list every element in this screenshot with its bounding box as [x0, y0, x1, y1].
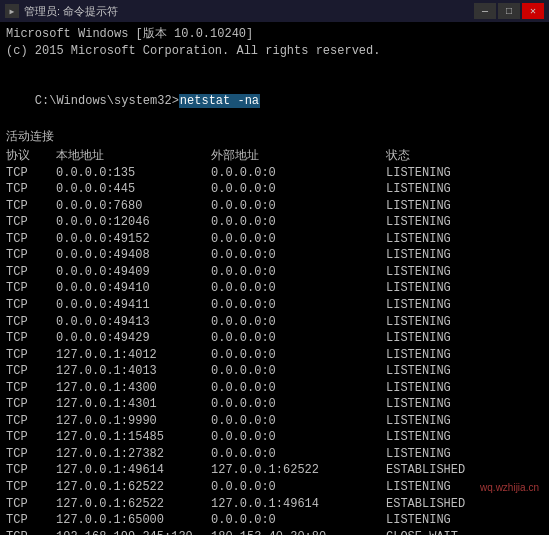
cell-local: 0.0.0.0:7680 — [56, 198, 211, 215]
cell-protocol: TCP — [6, 280, 56, 297]
header-protocol: 协议 — [6, 147, 56, 164]
cell-local: 127.0.0.1:4301 — [56, 396, 211, 413]
cell-local: 0.0.0.0:49429 — [56, 330, 211, 347]
cell-state: LISTENING — [386, 330, 543, 347]
table-row: TCP192.168.199.245:139180.153.40.30:80CL… — [6, 529, 543, 535]
cell-state: LISTENING — [386, 198, 543, 215]
table-row: TCP0.0.0.0:76800.0.0.0:0LISTENING — [6, 198, 543, 215]
cell-protocol: TCP — [6, 512, 56, 529]
cell-state: LISTENING — [386, 231, 543, 248]
cell-local: 127.0.0.1:49614 — [56, 462, 211, 479]
watermark: wq.wzhijia.cn — [480, 481, 539, 495]
cell-foreign: 0.0.0.0:0 — [211, 214, 386, 231]
cell-local: 0.0.0.0:49152 — [56, 231, 211, 248]
cell-foreign: 127.0.0.1:49614 — [211, 496, 386, 513]
section-title: 活动连接 — [6, 129, 543, 146]
minimize-button[interactable]: — — [474, 3, 496, 19]
cell-state: CLOSE_WAIT — [386, 529, 543, 535]
cell-local: 127.0.0.1:65000 — [56, 512, 211, 529]
watermark-text: wq.wzhijia.cn — [480, 482, 539, 493]
cell-protocol: TCP — [6, 297, 56, 314]
table-header: 协议 本地地址 外部地址 状态 — [6, 147, 543, 164]
cell-protocol: TCP — [6, 446, 56, 463]
cell-state: LISTENING — [386, 512, 543, 529]
cell-state: ESTABLISHED — [386, 462, 543, 479]
cell-foreign: 180.153.40.30:80 — [211, 529, 386, 535]
cell-foreign: 0.0.0.0:0 — [211, 396, 386, 413]
cell-protocol: TCP — [6, 462, 56, 479]
cell-local: 127.0.0.1:27382 — [56, 446, 211, 463]
cmd-prompt: C:\Windows\system32> — [35, 94, 179, 108]
header-line-1: Microsoft Windows [版本 10.0.10240] — [6, 26, 543, 43]
cell-protocol: TCP — [6, 396, 56, 413]
cell-state: LISTENING — [386, 181, 543, 198]
cell-local: 0.0.0.0:49410 — [56, 280, 211, 297]
header-line-2: (c) 2015 Microsoft Corporation. All righ… — [6, 43, 543, 60]
cell-foreign: 0.0.0.0:0 — [211, 330, 386, 347]
cell-foreign: 0.0.0.0:0 — [211, 429, 386, 446]
cell-foreign: 0.0.0.0:0 — [211, 413, 386, 430]
cell-local: 0.0.0.0:49409 — [56, 264, 211, 281]
cell-protocol: TCP — [6, 380, 56, 397]
table-row: TCP127.0.0.1:43000.0.0.0:0LISTENING — [6, 380, 543, 397]
cell-foreign: 0.0.0.0:0 — [211, 165, 386, 182]
cell-state: LISTENING — [386, 280, 543, 297]
cell-state: LISTENING — [386, 396, 543, 413]
window-icon: ▶ — [5, 4, 19, 18]
rows-container: TCP0.0.0.0:1350.0.0.0:0LISTENINGTCP0.0.0… — [6, 165, 543, 535]
cell-foreign: 0.0.0.0:0 — [211, 280, 386, 297]
table-row: TCP127.0.0.1:273820.0.0.0:0LISTENING — [6, 446, 543, 463]
cell-foreign: 0.0.0.0:0 — [211, 446, 386, 463]
cell-local: 0.0.0.0:135 — [56, 165, 211, 182]
table-row: TCP127.0.0.1:62522127.0.0.1:49614ESTABLI… — [6, 496, 543, 513]
cell-protocol: TCP — [6, 413, 56, 430]
cell-local: 127.0.0.1:9990 — [56, 413, 211, 430]
cell-local: 0.0.0.0:49408 — [56, 247, 211, 264]
table-row: TCP127.0.0.1:154850.0.0.0:0LISTENING — [6, 429, 543, 446]
cell-state: LISTENING — [386, 347, 543, 364]
cell-protocol: TCP — [6, 314, 56, 331]
maximize-button[interactable]: □ — [498, 3, 520, 19]
cell-local: 127.0.0.1:4300 — [56, 380, 211, 397]
cell-foreign: 0.0.0.0:0 — [211, 181, 386, 198]
cell-local: 127.0.0.1:62522 — [56, 496, 211, 513]
table-row: TCP127.0.0.1:40120.0.0.0:0LISTENING — [6, 347, 543, 364]
cell-state: LISTENING — [386, 429, 543, 446]
cell-protocol: TCP — [6, 214, 56, 231]
cell-state: LISTENING — [386, 446, 543, 463]
titlebar-left: ▶ 管理员: 命令提示符 — [5, 4, 118, 19]
command-line: C:\Windows\system32>netstat -na — [6, 76, 543, 126]
cell-foreign: 0.0.0.0:0 — [211, 512, 386, 529]
table-row: TCP0.0.0.0:494290.0.0.0:0LISTENING — [6, 330, 543, 347]
table-row: TCP0.0.0.0:120460.0.0.0:0LISTENING — [6, 214, 543, 231]
cell-protocol: TCP — [6, 363, 56, 380]
cell-state: LISTENING — [386, 380, 543, 397]
cell-protocol: TCP — [6, 479, 56, 496]
cell-protocol: TCP — [6, 165, 56, 182]
cell-state: LISTENING — [386, 413, 543, 430]
table-row: TCP127.0.0.1:49614127.0.0.1:62522ESTABLI… — [6, 462, 543, 479]
cell-local: 127.0.0.1:4013 — [56, 363, 211, 380]
cell-foreign: 0.0.0.0:0 — [211, 231, 386, 248]
cell-state: LISTENING — [386, 165, 543, 182]
close-button[interactable]: ✕ — [522, 3, 544, 19]
table-row: TCP127.0.0.1:43010.0.0.0:0LISTENING — [6, 396, 543, 413]
header-local: 本地地址 — [56, 147, 211, 164]
cell-state: LISTENING — [386, 247, 543, 264]
table-row: TCP127.0.0.1:99900.0.0.0:0LISTENING — [6, 413, 543, 430]
cell-foreign: 0.0.0.0:0 — [211, 297, 386, 314]
window-controls: — □ ✕ — [474, 3, 544, 19]
window-titlebar: ▶ 管理员: 命令提示符 — □ ✕ — [0, 0, 549, 22]
cell-foreign: 0.0.0.0:0 — [211, 363, 386, 380]
cell-local: 0.0.0.0:49411 — [56, 297, 211, 314]
table-row: TCP127.0.0.1:625220.0.0.0:0LISTENING — [6, 479, 543, 496]
cell-foreign: 127.0.0.1:62522 — [211, 462, 386, 479]
cell-foreign: 0.0.0.0:0 — [211, 380, 386, 397]
header-state: 状态 — [386, 147, 543, 164]
table-row: TCP0.0.0.0:494090.0.0.0:0LISTENING — [6, 264, 543, 281]
cell-protocol: TCP — [6, 330, 56, 347]
cell-state: LISTENING — [386, 264, 543, 281]
cell-protocol: TCP — [6, 264, 56, 281]
cell-local: 127.0.0.1:62522 — [56, 479, 211, 496]
cell-local: 127.0.0.1:4012 — [56, 347, 211, 364]
